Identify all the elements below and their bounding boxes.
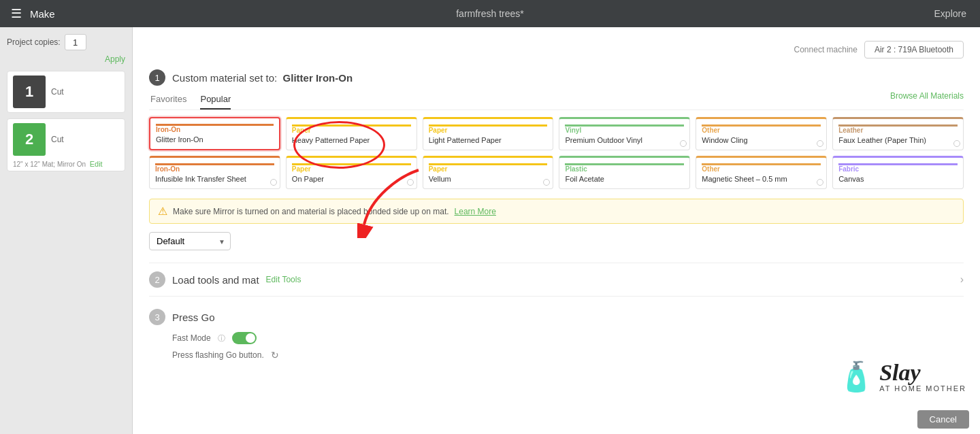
mat-card-icon-10 <box>817 179 823 186</box>
mat-card-heavy-paper[interactable]: Paper Heavy Patterned Paper <box>286 117 417 150</box>
mat-card-foil[interactable]: Plastic Foil Acetate <box>559 156 690 189</box>
mat-card-icon-4 <box>817 140 823 147</box>
project-name: farmfresh trees* <box>456 8 524 19</box>
branding-apron-icon: 🧴 <box>838 360 874 393</box>
fast-mode-row: Fast Mode ⓘ <box>172 332 964 344</box>
tab-favorites[interactable]: Favorites <box>150 91 186 110</box>
connect-machine-button[interactable]: Air 2 : 719A Bluetooth <box>864 41 964 59</box>
mat-card-vinyl[interactable]: Vinyl Premium Outdoor Vinyl <box>559 117 690 150</box>
mat-card-category-11: Fabric <box>838 163 958 173</box>
refresh-icon[interactable]: ↻ <box>271 350 279 361</box>
mat-card-category-7: Paper <box>292 163 411 173</box>
project-copies-label: Project copies: <box>7 37 61 47</box>
branding: 🧴 Slay AT HOME MOTHER <box>838 360 966 393</box>
connect-label: Connect machine <box>794 45 858 54</box>
branding-slay: Slay <box>879 361 966 384</box>
mat-card-category-5: Leather <box>838 124 958 134</box>
mat-item-2: 2 Cut 12" x 12" Mat; Mirror On Edit <box>7 118 125 171</box>
mat-card-icon-6 <box>270 179 277 186</box>
fast-mode-label: Fast Mode <box>172 333 211 343</box>
mat-card-glitter-ironon[interactable]: Iron-On Glitter Iron-On <box>149 117 280 150</box>
mat-card-canvas[interactable]: Fabric Canvas <box>832 156 964 189</box>
mat-card-name-2: Light Patterned Paper <box>429 136 548 144</box>
mat-card-name-6: Infusible Ink Transfer Sheet <box>155 175 274 183</box>
mat-card-name-10: Magnetic Sheet – 0.5 mm <box>702 175 821 183</box>
connect-bar: Connect machine Air 2 : 719A Bluetooth <box>149 41 964 59</box>
browse-all-link[interactable]: Browse All Materials <box>890 91 964 110</box>
bottom-bar: Cancel <box>917 410 969 429</box>
mat-card-category-0: Iron-On <box>156 124 274 133</box>
menu-icon[interactable]: ☰ <box>11 6 22 21</box>
mat-card-name-0: Glitter Iron-On <box>156 135 274 144</box>
mat-card-magnetic[interactable]: Other Magnetic Sheet – 0.5 mm <box>696 156 827 189</box>
press-go-label: Press flashing Go button. <box>172 350 264 360</box>
warning-icon: ⚠ <box>158 205 167 218</box>
section-1-header: 1 Custom material set to: Glitter Iron-O… <box>149 69 964 86</box>
mat-thumbnail-1: 1 <box>13 76 46 108</box>
section-2-bar: 2 Load tools and mat Edit Tools › <box>149 263 964 297</box>
mat-cut-label-2: Cut <box>51 135 119 144</box>
topbar: ☰ Make farmfresh trees* Explore <box>0 0 980 27</box>
mat-card-category-2: Paper <box>429 124 548 134</box>
mat-preview-2: 2 Cut <box>7 119 125 160</box>
content-area: Connect machine Air 2 : 719A Bluetooth 1… <box>133 27 980 434</box>
mat-edit-button[interactable]: Edit <box>90 160 103 168</box>
mat-card-window-cling[interactable]: Other Window Cling <box>696 117 827 150</box>
learn-more-link[interactable]: Learn More <box>455 207 496 216</box>
section-1-title: Custom material set to: Glitter Iron-On <box>172 72 353 84</box>
mat-card-light-paper[interactable]: Paper Light Patterned Paper <box>423 117 554 150</box>
material-dropdown[interactable]: Default <box>149 232 231 250</box>
branding-sub: AT HOME MOTHER <box>879 384 966 393</box>
mat-info-2: 12" x 12" Mat; Mirror On Edit <box>7 160 125 171</box>
info-icon: ⓘ <box>218 333 225 344</box>
section-3-title: Press Go <box>172 312 215 323</box>
material-grid: Iron-On Glitter Iron-On Paper Heavy Patt… <box>149 117 964 189</box>
mat-card-name-11: Canvas <box>838 175 958 183</box>
material-dropdown-row: Default ▼ <box>149 232 964 250</box>
mat-card-icon-7 <box>407 179 414 186</box>
mat-card-infusible[interactable]: Iron-On Infusible Ink Transfer Sheet <box>149 156 280 189</box>
toggle-knob <box>246 333 255 343</box>
mat-preview-1: 1 Cut <box>7 71 125 112</box>
mat-card-icon-3 <box>680 140 687 147</box>
section-2-number: 2 <box>149 271 165 288</box>
mat-card-category-4: Other <box>702 124 821 134</box>
sidebar: Project copies: 1 Apply 1 Cut 2 Cu <box>0 27 133 434</box>
material-tabs: Favorites Popular Browse All Materials <box>149 91 964 110</box>
chevron-down-icon[interactable]: › <box>960 273 964 286</box>
main-layout: Project copies: 1 Apply 1 Cut 2 Cu <box>0 27 980 434</box>
explore-button[interactable]: Explore <box>934 8 966 19</box>
mat-card-name-8: Vellum <box>429 175 548 183</box>
section-3-header: 3 Press Go <box>149 309 964 325</box>
tab-popular[interactable]: Popular <box>200 91 231 110</box>
mat-card-category-9: Plastic <box>565 163 684 173</box>
mat-card-name-9: Foil Acetate <box>565 175 684 183</box>
section-1: 1 Custom material set to: Glitter Iron-O… <box>149 69 964 250</box>
warning-banner: ⚠ Make sure Mirror is turned on and mate… <box>149 199 964 224</box>
edit-tools-button[interactable]: Edit Tools <box>266 275 301 284</box>
mat-card-vellum[interactable]: Paper Vellum <box>423 156 554 189</box>
mat-card-name-4: Window Cling <box>702 136 821 144</box>
cancel-button[interactable]: Cancel <box>917 410 969 429</box>
project-copies-row: Project copies: 1 <box>7 34 125 50</box>
mat-card-leather[interactable]: Leather Faux Leather (Paper Thin) <box>832 117 964 150</box>
copies-input[interactable]: 1 <box>65 34 86 50</box>
mat-card-name-3: Premium Outdoor Vinyl <box>565 136 684 144</box>
apply-button[interactable]: Apply <box>7 54 125 64</box>
section-2-title: Load tools and mat <box>172 274 259 286</box>
mat-item-1: 1 Cut <box>7 71 125 113</box>
mat-card-icon-5 <box>953 140 960 147</box>
app-title: Make <box>30 8 55 20</box>
mat-card-category-3: Vinyl <box>565 124 684 134</box>
mat-card-name-1: Heavy Patterned Paper <box>292 136 411 144</box>
section-3-number: 3 <box>149 309 165 325</box>
mat-card-name-7: On Paper <box>292 175 411 183</box>
mat-card-on-paper[interactable]: Paper On Paper <box>286 156 417 189</box>
press-go-row: Press flashing Go button. ↻ <box>172 350 964 361</box>
fast-mode-toggle[interactable] <box>232 332 257 344</box>
mat-cut-label-1: Cut <box>51 87 119 97</box>
mat-card-category-1: Paper <box>292 124 411 134</box>
mat-card-category-8: Paper <box>429 163 548 173</box>
mat-thumbnail-2: 2 <box>13 123 46 156</box>
branding-text: Slay AT HOME MOTHER <box>879 361 966 393</box>
